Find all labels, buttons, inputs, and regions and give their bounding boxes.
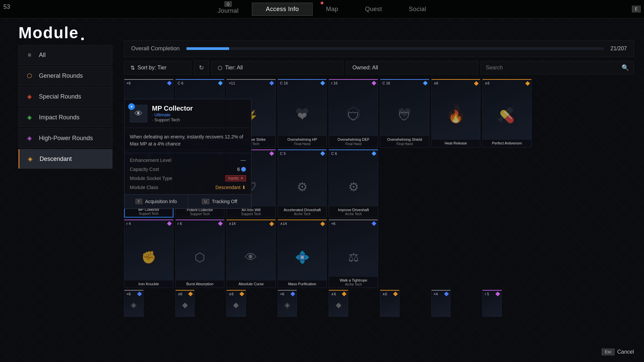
module-name: Overwhelming Shield [382,137,428,142]
module-symbol: ⬡ [195,250,205,264]
completion-track [186,47,604,50]
tooltip-description: When defeating an enemy, instantly recov… [124,128,251,153]
capacity-orb-icon [241,167,246,172]
special-icon: ◈ [25,92,34,101]
refresh-button[interactable]: ↻ [194,60,209,75]
sort-button[interactable]: ⇅ Sort by: Tier [124,61,191,75]
tooltip-class: · Support Tech [152,117,193,122]
module-card-r4-2[interactable]: ∧6 ◆ [175,290,195,317]
module-card-overwhelming-def[interactable]: r 16 ⬡🛡 Overwhelming DEFFinal Hand [329,79,378,147]
nav-quest-label: Quest [365,6,382,12]
sidebar-label-impact: Impact Rounds [39,114,79,121]
capacity-value: 6 [237,167,246,172]
main-content: Overall Completion 21/207 ⇅ Sort by: Tie… [124,40,634,355]
module-symbol: ◆ [182,301,188,309]
nav-map[interactable]: Map [313,3,352,15]
tooltip-title-area: MP Collector · Ultimate · Support Tech [152,105,193,122]
tier-filter-button[interactable]: ⬡ Tier: All [211,61,343,75]
xantic-tag: Xantic ✕ [225,175,246,181]
stat-module-class: Module Class Descendant ⬇ [130,185,246,190]
nav-map-label: Map [326,6,338,12]
module-symbol: 💊 [499,110,515,124]
stat-capacity: Capacity Cost 6 [130,167,246,172]
module-symbol: 💠 [295,250,310,264]
sidebar-item-general[interactable]: ⬡ General Rounds [18,66,112,85]
page-title: Module [18,23,79,42]
sidebar-item-special[interactable]: ◈ Special Rounds [18,87,112,106]
module-subtype: Support Tech [126,212,171,216]
tracking-off-button[interactable]: U Tracking Off [188,194,251,208]
module-card-overwhelming-hp[interactable]: C 16 ❤❤ Overwhelming HPFinal Hand [278,79,327,147]
sidebar-label-general: General Rounds [39,72,83,79]
esc-cancel[interactable]: Esc Cancel [602,349,634,355]
module-card-burst-absorption[interactable]: r 6 ⬡ Burst Absorption [175,220,225,288]
nav-access-info[interactable]: Access Info [252,3,313,16]
tier-icon: ⬡ [218,65,222,71]
module-symbol: 👁 [245,250,257,264]
module-card-heat-release[interactable]: ∧6 🔥🔥 Heat Release [431,79,481,147]
module-card-perfect-antivenom[interactable]: ∧6 💉💊 Perfect Antivenom [482,79,532,147]
tooltip-icon-symbol: 👁 [135,109,143,118]
module-card-r4-8[interactable]: r 5 [482,290,502,317]
module-name: Overwhelming HP [279,137,325,142]
module-symbol: 🛡 [347,110,360,124]
owned-filter-button[interactable]: Owned: All [346,61,478,74]
nav-journal-label: Journal [218,7,239,14]
module-symbol: ⚖ [348,250,359,264]
tooltip-stats: Enhancement Level — Capacity Cost 6 Modu… [124,153,251,194]
tracking-label: Tracking Off [212,199,237,204]
module-card-r4-7[interactable]: ×4 [431,290,451,317]
sidebar-item-all[interactable]: ≡ All [18,45,112,65]
sidebar-item-highpower[interactable]: ◈ High-Power Rounds [18,128,112,148]
module-card-iron-knuckle[interactable]: r 4 ✊ Iron Knuckle [124,220,173,288]
module-card-r4-4[interactable]: ×6 ◈ [278,290,297,317]
enhancement-label: Enhancement Level [130,158,171,163]
socket-value: Xantic ✕ [225,175,246,181]
module-name: Accelerated Driveshaft [279,208,325,212]
nav-social-label: Social [409,6,426,12]
module-name: Overwhelming DEF [330,137,376,142]
module-card-walk-tightrope[interactable]: ×6 ⚖ Walk a TightropeArche Tech [329,220,378,288]
module-card-improve-driveshaft[interactable]: C 6 ⚙ Improve DriveshaftArche Tech [329,149,378,218]
timer: 53 [3,3,10,10]
capacity-label: Capacity Cost [130,167,159,172]
sidebar-item-impact[interactable]: ◈ Impact Rounds [18,108,112,127]
module-subtype: Arche Tech [330,283,376,286]
search-box: 🔍 [481,61,634,74]
module-card-accelerated-driveshaft[interactable]: C 5 ⚙ Accelerated DriveshaftArche Tech [278,149,327,218]
module-subtype: Support Tech [177,212,223,216]
module-card-r4-5[interactable]: ∧6 ◆ [329,290,348,317]
module-name: Walk a Tightrope [330,278,376,283]
module-name: Heat Release [433,141,479,145]
acquisition-label: Acquisition Info [145,199,177,204]
stat-enhancement: Enhancement Level — [130,157,246,163]
module-subtype: Final Hand [330,142,376,146]
module-name: Improve Driveshaft [330,208,376,212]
nav-journal[interactable]: Q Journal [204,1,252,17]
module-symbol: ◈ [131,301,137,309]
module-row-4: ×6 ◈ ∧6 ◆ ∧6 ◆ ×6 ◈ ∧6 ◆ [124,290,634,317]
nav-social[interactable]: Social [395,3,440,15]
module-row-3: r 4 ✊ Iron Knuckle r 6 ⬡ Burst Absorptio… [124,220,634,288]
tier-diamond [393,292,398,296]
search-input[interactable] [486,65,619,71]
module-card-overwhelming-shield[interactable]: C 16 ❤🛡 Overwhelming ShieldFinal Hand [380,79,429,147]
sidebar-item-descendant[interactable]: ◈ Descendant [18,149,112,169]
acquisition-info-button[interactable]: F Acquisition Info [124,194,188,208]
nav-quest[interactable]: Quest [352,3,396,15]
impact-icon: ◈ [25,113,34,122]
cancel-label: Cancel [617,349,634,355]
module-card-r4-3[interactable]: ∧6 ◆ [226,290,246,317]
module-card-absolute-curse[interactable]: ∧14 👁 Absolute Curse [226,220,276,288]
stat-socket: Module Socket Type Xantic ✕ [130,175,246,181]
module-card-mass-purification[interactable]: ∧14 💠 Mass Purification [278,220,327,288]
tooltip-rarity: · Ultimate [152,112,193,117]
cost: ×4 [434,292,438,296]
sidebar-label-highpower: High-Power Rounds [39,135,93,142]
general-icon: ⬡ [25,71,34,80]
module-card-r4-6[interactable]: ∧6 [380,290,399,317]
module-subtype: Arche Tech [330,212,376,216]
module-card-r4-1[interactable]: ×6 ◈ [124,290,144,317]
completion-bar: Overall Completion 21/207 [124,40,634,57]
filter-bar: ⇅ Sort by: Tier ↻ ⬡ Tier: All Owned: All… [124,60,634,75]
